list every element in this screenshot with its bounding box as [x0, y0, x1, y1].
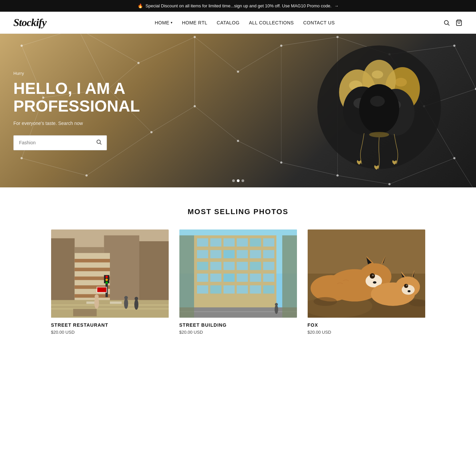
svg-rect-86 — [110, 302, 122, 304]
product-price-street-building: $20.00 USD — [179, 330, 297, 335]
svg-rect-133 — [263, 285, 274, 294]
search-submit-button[interactable] — [91, 136, 107, 150]
section-title: MOST SELLING PHOTOS — [51, 207, 425, 216]
slide-dot-3[interactable] — [242, 179, 244, 182]
product-card-street-building[interactable]: STREET BUILDING $20.00 USD — [179, 229, 297, 335]
svg-rect-130 — [223, 285, 234, 294]
svg-point-95 — [95, 294, 99, 298]
svg-rect-106 — [223, 238, 234, 247]
svg-rect-114 — [250, 250, 261, 259]
svg-rect-134 — [179, 307, 297, 318]
svg-rect-81 — [74, 294, 110, 298]
announcement-arrow: → — [334, 3, 338, 8]
svg-point-51 — [280, 161, 282, 163]
svg-point-153 — [372, 275, 373, 276]
svg-point-48 — [453, 44, 455, 46]
product-grid: STREET RESTAURANT $20.00 USD — [51, 229, 425, 335]
svg-point-162 — [402, 285, 415, 295]
svg-line-6 — [195, 37, 238, 72]
svg-rect-107 — [236, 238, 248, 247]
nav-item-all-collections[interactable]: ALL COLLECTIONS — [249, 20, 294, 25]
svg-point-94 — [94, 297, 99, 309]
announcement-bar: 🔥 Special Discount on all items for limi… — [0, 0, 476, 12]
svg-rect-123 — [210, 274, 221, 282]
svg-point-137 — [275, 303, 278, 306]
product-price-street-restaurant: $20.00 USD — [51, 330, 169, 335]
svg-line-1 — [448, 24, 450, 25]
svg-point-165 — [408, 290, 411, 292]
chevron-down-icon: ▾ — [171, 21, 173, 24]
cart-icon — [455, 19, 463, 26]
svg-point-166 — [313, 297, 337, 306]
announcement-link[interactable]: → — [334, 3, 338, 8]
product-price-fox: $20.00 USD — [308, 330, 425, 335]
hero-search-bar[interactable] — [13, 135, 107, 150]
header: Stockify HOME ▾ HOME RTL CATALOG ALL COL… — [0, 12, 476, 34]
svg-rect-135 — [179, 311, 297, 312]
svg-rect-132 — [250, 285, 261, 294]
svg-point-163 — [404, 284, 408, 288]
hero-slide-dots — [232, 179, 244, 182]
hero-content: Hurry HELLO, I AM A PROFESSIONAL For eve… — [0, 51, 153, 170]
hero-title-line2: PROFESSIONAL — [13, 97, 140, 115]
svg-point-98 — [134, 299, 138, 310]
svg-point-50 — [453, 157, 455, 159]
nav-item-home[interactable]: HOME ▾ — [155, 20, 173, 25]
product-image-street-building — [179, 229, 297, 318]
search-input[interactable] — [14, 136, 91, 149]
product-image-fox — [308, 229, 425, 318]
svg-rect-121 — [263, 262, 274, 270]
svg-point-63 — [372, 70, 383, 78]
svg-rect-116 — [197, 262, 208, 270]
announcement-text: Special Discount on all items for limite… — [146, 3, 332, 8]
svg-point-40 — [194, 105, 196, 107]
hero-section: Hurry HELLO, I AM A PROFESSIONAL For eve… — [0, 34, 476, 187]
svg-point-68 — [359, 84, 399, 134]
svg-point-89 — [105, 276, 108, 278]
logo[interactable]: Stockify — [13, 16, 46, 29]
svg-rect-105 — [210, 238, 221, 247]
svg-point-41 — [237, 70, 239, 72]
svg-point-55 — [97, 140, 101, 144]
svg-rect-139 — [282, 235, 297, 318]
product-card-fox[interactable]: FOX $20.00 USD — [308, 229, 425, 335]
svg-rect-84 — [51, 308, 169, 310]
search-submit-icon — [96, 139, 102, 145]
svg-rect-120 — [250, 262, 261, 270]
svg-line-18 — [238, 46, 282, 72]
svg-line-12 — [195, 106, 238, 141]
svg-point-96 — [124, 298, 128, 309]
nav-item-home-rtl[interactable]: HOME RTL — [182, 20, 207, 25]
svg-rect-119 — [236, 262, 248, 270]
svg-point-91 — [105, 282, 108, 284]
svg-point-45 — [280, 44, 282, 46]
fire-emoji: 🔥 — [138, 3, 143, 8]
svg-rect-124 — [223, 274, 234, 282]
svg-rect-128 — [197, 285, 208, 294]
slide-dot-2[interactable] — [237, 179, 240, 182]
nav-item-catalog[interactable]: CATALOG — [217, 20, 240, 25]
svg-rect-138 — [179, 235, 194, 318]
svg-rect-111 — [210, 250, 221, 259]
svg-rect-78 — [74, 268, 110, 271]
svg-rect-127 — [263, 274, 274, 282]
product-name-fox: FOX — [308, 322, 425, 328]
search-button[interactable] — [443, 19, 450, 26]
svg-rect-93 — [97, 287, 106, 292]
svg-rect-112 — [223, 250, 234, 259]
svg-rect-104 — [197, 238, 208, 247]
hero-balloon-illustration — [309, 40, 449, 181]
product-card-street-restaurant[interactable]: STREET RESTAURANT $20.00 USD — [51, 229, 169, 335]
slide-dot-1[interactable] — [232, 179, 235, 182]
svg-rect-129 — [210, 285, 221, 294]
hero-title: HELLO, I AM A PROFESSIONAL — [13, 80, 140, 115]
product-image-street-restaurant — [51, 229, 169, 318]
nav-item-contact-us[interactable]: CONTACT US — [303, 20, 335, 25]
product-name-street-building: STREET BUILDING — [179, 322, 297, 328]
cart-button[interactable] — [455, 19, 463, 26]
svg-rect-117 — [210, 262, 221, 270]
svg-point-69 — [370, 96, 385, 107]
svg-point-155 — [310, 275, 351, 301]
svg-point-70 — [369, 132, 389, 137]
search-icon — [443, 19, 450, 26]
